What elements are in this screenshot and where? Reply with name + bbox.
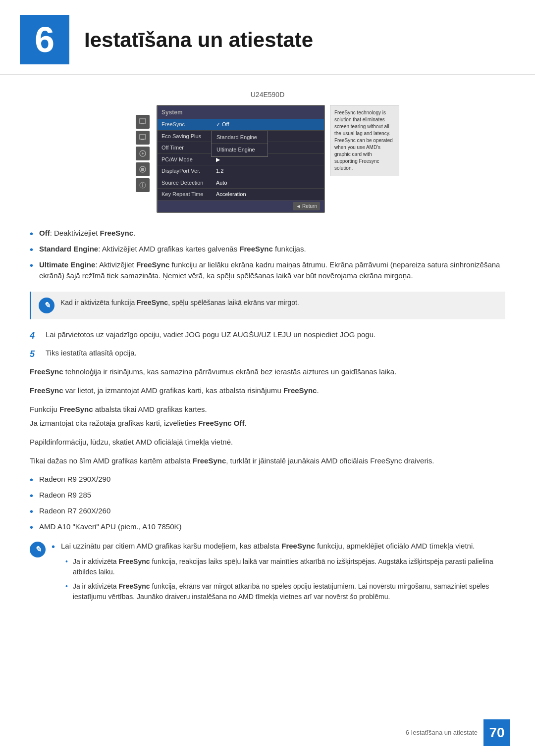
sub-dot-1: • [65, 556, 68, 567]
content-area: U24E590D i [0, 90, 535, 643]
bullet-ultimate: • Ultimate Engine: Aktivizējiet FreeSync… [30, 259, 505, 282]
svg-rect-1 [141, 123, 144, 124]
nested-note-icon: ✎ [30, 542, 46, 557]
gpu-dot-2: • [30, 490, 33, 502]
step-text-4: Lai pārvietotos uz vajadzīgo opciju, vad… [46, 329, 375, 341]
submenu-standard: Standard Engine [212, 131, 268, 144]
monitor-icon-1 [136, 115, 150, 129]
svg-text:i: i [142, 183, 143, 188]
gpu-dot-4: • [30, 521, 33, 533]
note-text-1: Kad ir aktivizēta funkcija FreeSync, spē… [60, 298, 299, 308]
para-2: FreeSync var lietot, ja izmantojat AMD g… [30, 385, 505, 397]
monitor-model-label: U24E590D [251, 90, 285, 100]
menu-row-freesync: FreeSync ✓ Off [158, 119, 324, 131]
para-3: Funkciju FreeSync atbalsta tikai AMD gra… [30, 403, 505, 415]
bullet-standard: • Standard Engine: Aktivizējiet AMD graf… [30, 244, 505, 255]
footer-text: 6 Iestatīšana un atiestate [406, 728, 478, 738]
bullet-dot-3: • [30, 259, 33, 271]
return-button: ◄ Return [293, 202, 320, 210]
monitor-icon-2 [136, 131, 150, 145]
nested-note: ✎ • Lai uzzinātu par citiem AMD grafikas… [30, 541, 505, 606]
chapter-title: Iestatīšana un atiestate [84, 24, 313, 55]
gpu-item-4: • AMD A10 "Kaveri" APU (piem., A10 7850K… [30, 521, 505, 533]
page-footer: 6 Iestatīšana un atiestate 70 [406, 719, 510, 746]
monitor-section: U24E590D i [30, 90, 505, 213]
gpu-dot-1: • [30, 474, 33, 486]
nested-note-content: • Lai uzzinātu par citiem AMD grafikas k… [52, 541, 505, 606]
monitor-icon-4 [136, 162, 150, 176]
freesync-ref-1: FreeSync [100, 229, 134, 237]
menu-bar: System [158, 106, 324, 119]
menu-row-eco: Eco Saving Plus Standard Engine Ultimate… [158, 131, 324, 143]
return-bar: ◄ Return [158, 201, 324, 212]
svg-rect-3 [141, 139, 144, 140]
sub-bullet-list: • Ja ir aktivizēta FreeSync funkcija, re… [65, 556, 505, 602]
freesync-tooltip: FreeSync technology is solution that eli… [330, 105, 399, 176]
step-number-4: 4 [30, 329, 40, 343]
footer-page-number: 70 [483, 719, 510, 746]
gpu-item-2: • Radeon R9 285 [30, 490, 505, 502]
step-number-5: 5 [30, 348, 40, 361]
ultimate-label: Ultimate Engine [39, 260, 95, 269]
monitor-icon-5: i [136, 178, 150, 192]
gpu-dot-3: • [30, 505, 33, 517]
menu-row-dp: DisplayPort Ver. 1.2 [158, 165, 324, 177]
monitor-stand: i [136, 115, 150, 194]
step-text-5: Tiks iestatīta atlasītā opcija. [46, 348, 137, 359]
svg-rect-0 [140, 119, 146, 123]
note-icon-1: ✎ [39, 298, 54, 313]
menu-row-keyrepeat: Key Repeat Time Acceleration [158, 189, 324, 201]
menu-row-source: Source Detection Auto [158, 177, 324, 189]
page-header: 6 Iestatīšana un atiestate [0, 0, 535, 75]
monitor-icon-3 [136, 147, 150, 160]
nested-bullet-list: • Lai uzzinātu par citiem AMD grafikas k… [52, 541, 505, 553]
sub-bullet-1: • Ja ir aktivizēta FreeSync funkcija, re… [65, 556, 505, 577]
bullet-dot-2: • [30, 244, 33, 255]
freesync-ref-3: FreeSync [136, 260, 170, 269]
sub-bullet-2: • Ja ir aktivizēta FreeSync funkcija, ek… [65, 581, 505, 602]
monitor-screen: System FreeSync ✓ Off Eco Saving Plus St… [157, 105, 325, 213]
para-5: Papildinformāciju, lūdzu, skatiet AMD of… [30, 436, 505, 448]
bullet-off: • Off: Deaktivizējiet FreeSync. [30, 228, 505, 240]
gpu-item-3: • Radeon R7 260X/260 [30, 505, 505, 517]
step-5: 5 Tiks iestatīta atlasītā opcija. [30, 348, 505, 361]
freesync-ref-2: FreeSync [239, 245, 273, 253]
chapter-number: 6 [20, 15, 69, 64]
svg-rect-6 [141, 168, 144, 171]
sub-dot-2: • [65, 581, 68, 592]
monitor-diagram: i System FreeSync ✓ Off Eco Saving Plus … [136, 105, 399, 213]
standard-label: Standard Engine [39, 245, 98, 253]
nested-bullet-main: • Lai uzzinātu par citiem AMD grafikas k… [52, 541, 505, 553]
para-4: Ja izmantojat cita ražotāja grafikas kar… [30, 417, 505, 429]
off-label: Off [39, 229, 50, 237]
nested-dot-main: • [52, 541, 55, 553]
bullet-dot-1: • [30, 228, 33, 240]
svg-rect-2 [140, 135, 146, 139]
gpu-item-1: • Radeon R9 290X/290 [30, 474, 505, 486]
submenu-ultimate: Ultimate Engine [212, 144, 268, 156]
para-6: Tikai dažas no šīm AMD grafikas kartēm a… [30, 455, 505, 467]
para-1: FreeSync tehnoloģija ir risinājums, kas … [30, 366, 505, 378]
gpu-list: • Radeon R9 290X/290 • Radeon R9 285 • R… [30, 474, 505, 533]
options-list: • Off: Deaktivizējiet FreeSync. • Standa… [30, 228, 505, 282]
step-4: 4 Lai pārvietotos uz vajadzīgo opciju, v… [30, 329, 505, 343]
note-freesync-flicker: ✎ Kad ir aktivizēta funkcija FreeSync, s… [30, 292, 505, 319]
